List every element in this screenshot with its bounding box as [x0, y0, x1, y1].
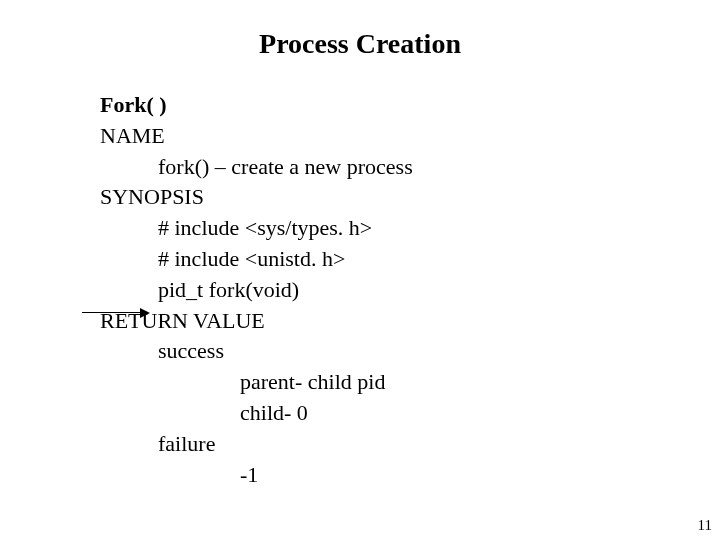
slide-body: Fork( ) NAME fork() – create a new proce… [100, 90, 413, 490]
success-label: success [158, 336, 413, 367]
failure-result: -1 [240, 460, 413, 491]
failure-label: failure [158, 429, 413, 460]
prototype-line: pid_t fork(void) [158, 275, 413, 306]
child-result: child- 0 [240, 398, 413, 429]
include-line-1: # include <sys/types. h> [158, 213, 413, 244]
name-label: NAME [100, 121, 413, 152]
name-desc: fork() – create a new process [158, 152, 413, 183]
parent-result: parent- child pid [240, 367, 413, 398]
page-number: 11 [698, 517, 712, 534]
fork-heading: Fork( ) [100, 90, 413, 121]
include-line-2: # include <unistd. h> [158, 244, 413, 275]
return-value-label: RETURN VALUE [100, 306, 413, 337]
synopsis-label: SYNOPSIS [100, 182, 413, 213]
page-title: Process Creation [0, 28, 720, 60]
